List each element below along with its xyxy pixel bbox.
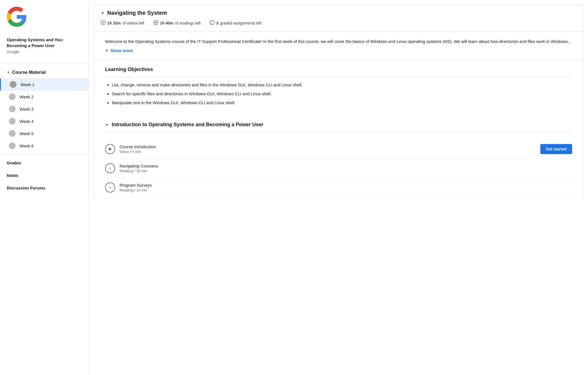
svg-marker-1: [103, 22, 104, 24]
item-info: Navigating Coursera Reading • 10 min: [120, 164, 572, 173]
assignment-suffix: graded assignments left: [220, 21, 262, 25]
objectives-list: List, change, remove and make directorie…: [105, 82, 572, 106]
show-more-label: Show more: [110, 48, 133, 53]
video-time-bold: 1h 33m: [107, 21, 121, 25]
sidebar-item-week4[interactable]: Week 4: [0, 115, 89, 127]
chevron-down-icon: ▼: [7, 70, 10, 74]
week-label: Week 3: [20, 107, 34, 111]
reading-icon: ≡: [109, 166, 111, 170]
reading-circle-icon: [153, 20, 158, 26]
section-title: Navigating the System: [107, 10, 167, 16]
assignment-count-bold: 3: [216, 21, 218, 25]
week-label: Week 1: [20, 82, 35, 87]
item-meta: Video • 5 min: [120, 150, 536, 154]
video-icon-circle: [105, 144, 115, 154]
item-meta: Reading • 10 min: [120, 169, 572, 173]
logo-container: [0, 7, 89, 33]
sidebar-item-grades[interactable]: Grades: [0, 157, 89, 169]
week-label: Week 4: [20, 119, 34, 124]
course-provider: Google: [0, 50, 89, 61]
objective-item: Manipulate text in the Windows GUI, Wind…: [112, 99, 572, 106]
sidebar: Operating Systems and You: Becoming a Po…: [0, 0, 89, 375]
course-item-surveys: ≡ Program Surveys Reading • 10 min: [105, 178, 572, 197]
sidebar-divider-2: [0, 154, 89, 154]
week-circle: [9, 142, 16, 149]
assignment-stat: 3 3 graded assignments left: [210, 20, 261, 26]
item-title: Program Surveys: [120, 183, 572, 188]
intro-section: ▼ Introduction to Operating Systems and …: [94, 115, 584, 140]
main-content: ▼ Navigating the System 1h 33m of videos…: [89, 0, 588, 375]
learning-objectives-section: Learning Objectives List, change, remove…: [94, 60, 584, 115]
week-label: Week 2: [20, 94, 34, 99]
course-title: Operating Systems and You: Becoming a Po…: [0, 33, 89, 50]
week-circle: [9, 130, 16, 137]
get-started-button[interactable]: Get started: [540, 144, 572, 154]
show-more-button[interactable]: ▼ Show more: [105, 48, 133, 53]
sidebar-item-notes[interactable]: Notes: [0, 169, 89, 182]
week-circle: [9, 106, 16, 112]
section-header-box: ▼ Navigating the System 1h 33m of videos…: [94, 4, 584, 31]
item-info: Course Introduction Video • 5 min: [120, 144, 536, 154]
intro-section-title: Introduction to Operating Systems and Be…: [112, 122, 263, 128]
intro-header-row: ▼ Introduction to Operating Systems and …: [105, 122, 572, 128]
item-title: Navigating Coursera: [120, 164, 572, 168]
reading-icon-circle: ≡: [105, 163, 115, 173]
week-circle: [10, 81, 16, 88]
sidebar-item-week5[interactable]: Week 5: [0, 127, 89, 140]
chevron-down-icon: ▼: [105, 48, 109, 53]
sidebar-item-week3[interactable]: Week 3: [0, 103, 89, 115]
section-title-row: ▼ Navigating the System: [101, 10, 577, 16]
reading-icon-circle-2: ≡: [105, 182, 115, 193]
description-text: Welcome to the Operating Systems course …: [105, 38, 572, 45]
sidebar-item-week2[interactable]: Week 2: [0, 91, 89, 103]
objective-item: Search for specific files and directorie…: [112, 91, 572, 97]
chevron-down-icon: ▼: [101, 11, 105, 15]
sidebar-divider: [0, 63, 89, 63]
sidebar-item-week6[interactable]: Week 6: [0, 140, 89, 152]
course-item-navigating: ≡ Navigating Coursera Reading • 10 min: [105, 159, 572, 178]
weeks-list: Week 1 Week 2 Week 3 Week 4 Week 5 Week …: [0, 78, 89, 152]
stats-row: 1h 33m of videos left 1h 40m of readings…: [101, 20, 577, 26]
sidebar-item-week1[interactable]: Week 1: [0, 78, 89, 91]
reading-time-suffix: of readings left: [175, 21, 201, 25]
course-material-header[interactable]: ▼ Course Material: [0, 65, 89, 78]
svg-rect-5: [155, 23, 156, 24]
reading-stat: 1h 40m of readings left: [153, 20, 201, 26]
reading-icon-2: ≡: [109, 186, 111, 189]
svg-rect-4: [155, 23, 157, 23]
item-meta: Reading • 10 min: [120, 188, 572, 192]
assignment-circle-icon: 3: [210, 20, 215, 26]
video-time-suffix: of videos left: [122, 21, 144, 25]
play-icon: [109, 147, 112, 151]
item-title: Course Introduction: [120, 144, 536, 149]
video-stat: 1h 33m of videos left: [101, 20, 144, 26]
svg-text:3: 3: [211, 22, 212, 24]
objective-item: List, change, remove and make directorie…: [112, 82, 572, 88]
week-label: Week 5: [20, 131, 34, 136]
svg-rect-3: [155, 22, 157, 22]
week-circle: [9, 118, 16, 125]
learning-divider: [105, 77, 572, 77]
intro-divider: [105, 132, 572, 132]
svg-point-6: [210, 20, 214, 25]
course-items-list: Course Introduction Video • 5 min Get st…: [94, 140, 584, 197]
week-circle: [9, 93, 16, 100]
item-info: Program Surveys Reading • 10 min: [120, 183, 572, 192]
google-logo: [7, 7, 27, 27]
sidebar-item-discussion-forums[interactable]: Discussion Forums: [0, 182, 89, 194]
learning-objectives-title: Learning Objectives: [105, 67, 572, 72]
course-material-label: Course Material: [12, 70, 46, 75]
week-label: Week 6: [20, 143, 34, 148]
play-circle-icon: [101, 20, 106, 26]
course-item-introduction: Course Introduction Video • 5 min Get st…: [105, 140, 572, 159]
description-area: Welcome to the Operating Systems course …: [94, 31, 584, 60]
reading-time-bold: 1h 40m: [160, 21, 173, 25]
chevron-down-icon: ▼: [105, 123, 109, 127]
